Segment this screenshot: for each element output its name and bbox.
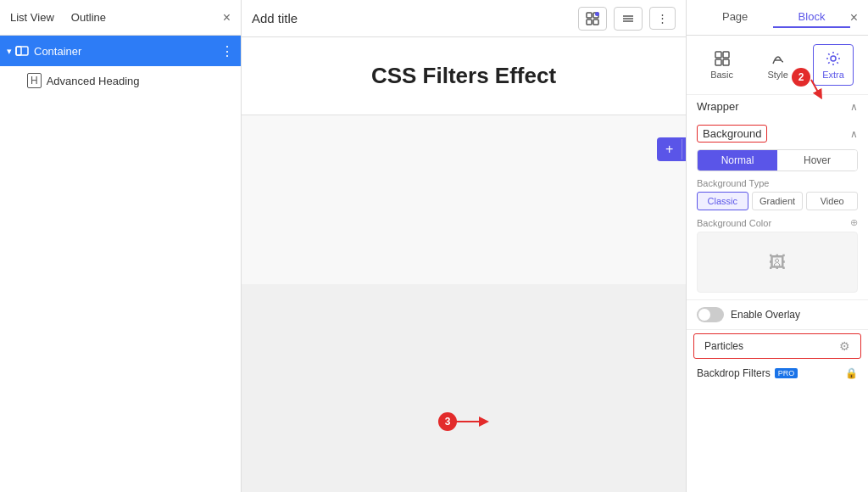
particles-row: Particles ⚙ [693,333,861,359]
svg-rect-19 [723,52,729,58]
hover-tab[interactable]: Hover [777,150,857,171]
panel-icon-tabs: Basic Style Extra [687,36,868,95]
floating-add-button[interactable]: + [657,137,682,161]
normal-hover-tabs: Normal Hover [697,149,858,171]
right-panel: Page Block × Basic Style [686,0,868,492]
classic-btn[interactable]: Classic [697,192,748,210]
background-section: Background ∧ Normal Hover Background Typ… [687,118,868,300]
svg-rect-1 [16,47,21,55]
enable-overlay-row: Enable Overlay [687,300,868,330]
svg-rect-18 [715,52,721,58]
heading-icon: H [27,73,42,88]
background-label: Background [697,125,767,143]
floating-toolbar: + × [657,137,686,161]
bg-color-label: Background Color ⊕ [697,217,858,228]
right-panel-close-button[interactable]: × [850,10,858,25]
canvas-toolbar: Add title ⋮ [242,0,686,37]
right-panel-header: Page Block × [687,0,868,36]
basic-tab-label: Basic [710,70,733,80]
basic-tab-button[interactable]: Basic [701,44,743,86]
left-panel: List View Outline × ▾ Container ⋮ H Adva… [0,0,242,492]
svg-rect-0 [16,47,28,55]
background-section-header[interactable]: Background ∧ [697,125,858,143]
svg-point-22 [831,56,836,61]
particles-settings-icon[interactable]: ⚙ [839,339,850,353]
enable-overlay-toggle[interactable] [697,307,724,322]
background-chevron-icon[interactable]: ∧ [850,128,858,140]
style-tab-label: Style [767,70,787,80]
tab-block[interactable]: Block [773,7,849,28]
main-canvas: Add title ⋮ CSS Filters Effect [242,0,686,492]
pro-badge: PRO [775,368,798,378]
annotation-badge-3: 3 [438,412,457,431]
tab-list-view[interactable]: List View [10,8,54,27]
annotation-badge-2: 2 [792,68,810,87]
wrapper-label: Wrapper [697,100,739,113]
toggle-knob [698,309,710,321]
left-panel-header: List View Outline × [0,0,241,36]
enable-overlay-label: Enable Overlay [731,309,800,321]
block-content [242,115,686,284]
particles-label: Particles [704,340,743,352]
backdrop-filters-row: Backdrop Filters PRO 🔒 [687,362,868,384]
more-options-btn[interactable]: ⋮ [649,7,676,30]
svg-rect-4 [587,20,592,25]
backdrop-label: Backdrop Filters PRO [697,367,798,379]
arrow-1 [682,126,686,151]
canvas-title: Add title [252,11,571,25]
arrow-3 [452,409,494,434]
container-more-button[interactable]: ⋮ [220,43,234,59]
tree-chevron-icon: ▾ [7,46,12,57]
tab-outline[interactable]: Outline [71,8,106,27]
svg-line-23 [811,80,820,95]
bg-type-buttons: Classic Gradient Video [697,192,858,210]
advanced-heading-tree-item[interactable]: H Advanced Heading [0,66,241,95]
canvas-area: CSS Filters Effect + × 1 3 [242,37,686,492]
gradient-btn[interactable]: Gradient [752,192,804,210]
bg-type-label: Background Type [697,178,858,188]
color-picker-icon[interactable]: ⊕ [850,217,858,228]
advanced-heading-label: Advanced Heading [47,75,140,87]
left-panel-close-button[interactable]: × [223,10,231,25]
lock-icon: 🔒 [845,367,858,379]
block-heading: CSS Filters Effect [242,37,686,115]
normal-tab[interactable]: Normal [698,150,777,171]
svg-point-6 [595,12,599,16]
video-btn[interactable]: Video [806,192,858,210]
right-panel-tabs: Page Block [697,7,850,28]
svg-rect-20 [715,59,721,65]
svg-rect-5 [593,20,598,25]
left-panel-tabs: List View Outline [10,8,106,27]
extra-tab-label: Extra [822,70,844,80]
container-label: Container [34,45,220,58]
wrapper-chevron-icon[interactable]: ∧ [850,101,858,113]
bg-color-swatch[interactable]: 🖼 [697,232,858,293]
tab-page[interactable]: Page [697,7,773,28]
container-tree-item[interactable]: ▾ Container ⋮ [0,36,241,66]
svg-rect-2 [587,13,592,18]
wrapper-section: Wrapper ∧ [687,95,868,118]
canvas-block: CSS Filters Effect [242,37,686,284]
container-icon [15,44,29,58]
image-placeholder-icon: 🖼 [769,253,786,272]
layout-btn[interactable] [578,7,607,31]
svg-rect-21 [723,59,729,65]
align-btn[interactable] [614,7,643,31]
